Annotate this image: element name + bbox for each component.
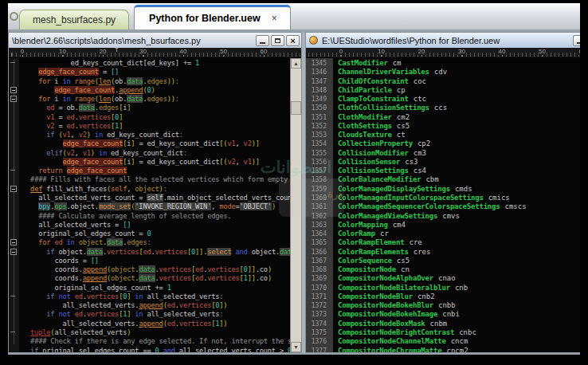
right-window-titlebar[interactable]: E:\UEStudio\wordfiles\Python for Blender… — [306, 33, 580, 48]
wordlist-row[interactable]: 1356CollisionSensorcs3 — [306, 158, 580, 167]
code-line[interactable]: all_selected_verts_count = self.main_obj… — [19, 194, 290, 202]
wordlist-row[interactable]: 1350ClothCollisionSettingsccs — [306, 104, 580, 112]
wordlist-row[interactable]: 1373CompositorNodeBokehImagecnbi — [306, 310, 580, 319]
code-area[interactable]: ed_keys_count_dict[ed_keys] += 1edge_fac… — [19, 59, 290, 352]
wordlist-row[interactable]: 1359ColorManagedDisplaySettingscmds — [306, 185, 580, 194]
wordlist-row[interactable]: 1347ChildOfConstraintcoc — [306, 77, 580, 86]
fold-collapse-icon[interactable] — [10, 239, 17, 245]
code-line[interactable]: tuple(all_selected_verts) — [19, 328, 290, 337]
code-line[interactable]: edge_face_count[i] = ed_keys_count_dict[… — [19, 139, 290, 148]
wordfile-editor-body: 1345CastModifiercm1346ChannelDriverVaria… — [306, 58, 580, 352]
code-line[interactable]: for i in range(len(ob.data.edges)): — [19, 77, 290, 86]
code-line[interactable]: for i in range(len(ob.data.edges)): — [19, 95, 290, 104]
left-vertical-scrollbar[interactable]: ▲ ▼ — [290, 58, 301, 352]
wordlist-row[interactable]: 1374CompositorNodeBoxMaskcnbm — [306, 320, 580, 328]
wordlist-row[interactable]: 1372CompositorNodeBokehBlurcnbb — [306, 301, 580, 310]
code-line[interactable]: if original_sel_edges_count == 0 and all… — [19, 347, 290, 353]
wordlist-row[interactable]: 1370CompositorNodeBilateralblurcnb — [306, 284, 580, 292]
ruler-number: 0 — [339, 48, 343, 55]
code-line[interactable]: if not ed.vertices[0] in all_selected_ve… — [19, 292, 290, 301]
wordlist-row[interactable]: 1348ChildParticlecp — [306, 86, 580, 95]
code-line[interactable]: all_selected_verts.append(ed.vertices[0]… — [19, 301, 290, 310]
close-button[interactable]: × — [286, 35, 300, 46]
code-line[interactable]: #### Fills with faces all the selected v… — [19, 175, 290, 184]
code-line[interactable]: coords = [] — [19, 257, 290, 265]
wordlist-row[interactable]: 1375CompositorNodeBrightContrastcnbc — [306, 328, 580, 337]
code-token: append — [83, 274, 107, 282]
code-line[interactable]: edge_face_count[i] = ed_keys_count_dict[… — [19, 158, 290, 167]
left-window-titlebar[interactable]: \blender\2.66\scripts\addons\mesh_bsurfa… — [9, 33, 301, 48]
code-line[interactable]: coords.append(object.data.vertices[ed.ve… — [19, 265, 290, 274]
class-name: ColorRampElement — [338, 238, 405, 247]
wordlist-row[interactable]: 1368CompositorNodecn — [306, 265, 580, 274]
wordlist-row[interactable]: 1364ColorRampcr — [306, 230, 580, 238]
minimize-button[interactable] — [256, 35, 269, 46]
wordlist-row[interactable]: 1369CompositorNodeAlphaOvercnao — [306, 274, 580, 283]
code-line[interactable]: elif(v2, v1) in ed_keys_count_dict: — [19, 149, 290, 158]
wordlist-row[interactable]: 1358ColorBalanceModifiercbm — [306, 175, 580, 184]
wordlist-row[interactable]: 1362ColorManagedViewSettingscmvs — [306, 212, 580, 221]
wordlist-row[interactable]: 1357CollisionSettingscs4 — [306, 167, 580, 175]
wordfile-list[interactable]: 1345CastModifiercm1346ChannelDriverVaria… — [306, 59, 580, 352]
scroll-up-icon[interactable]: ▲ — [291, 58, 301, 69]
code-token: edges — [99, 104, 119, 112]
wordlist-row[interactable]: 1361ColorManagedSequencerColorspaceSetti… — [306, 202, 580, 211]
wordlist-row[interactable]: 1346ChannelDriverVariablescdv — [306, 68, 580, 77]
wordlist-row[interactable]: 1351ClothModifiercm2 — [306, 113, 580, 122]
fold-collapse-icon[interactable] — [10, 96, 17, 102]
wordlist-row[interactable]: 1363ColorMappingcm4 — [306, 221, 580, 230]
code-line[interactable]: original_sel_edges_count = 0 — [19, 230, 290, 238]
ruler-number: 30 — [457, 48, 466, 55]
wordlist-row[interactable]: 1349ClampToConstraintctc — [306, 95, 580, 104]
code-token: .co — [256, 274, 268, 282]
code-line[interactable]: return edge_face_count — [19, 167, 290, 175]
wordlist-row[interactable]: 1355CollisionModifiercm3 — [306, 149, 580, 158]
code-line[interactable]: def fill_with_faces(self, object): — [19, 185, 290, 194]
code-line[interactable]: all_selected_verts = [] — [19, 221, 290, 230]
minimize-button[interactable] — [573, 35, 580, 46]
code-line[interactable]: ed = ob.data.edges[i] — [19, 104, 290, 112]
code-line[interactable]: v2 = ed.vertices[1] — [19, 122, 290, 131]
code-line[interactable]: #### Calculate average length of selecte… — [19, 212, 290, 221]
scrollbar-thumb[interactable] — [291, 101, 301, 115]
restore-button[interactable] — [271, 35, 284, 46]
abbreviation: ct — [397, 131, 406, 139]
tab-close-icon[interactable]: × — [270, 13, 279, 24]
code-line[interactable]: v1 = ed.vertices[0] — [19, 113, 290, 122]
wordlist-row[interactable]: 1345CastModifiercm — [306, 59, 580, 68]
code-line[interactable]: if not ed.vertices[1] in all_selected_ve… — [19, 310, 290, 319]
wordlist-row[interactable]: 1376CompositorNodeChannelMattecncm — [306, 337, 580, 346]
code-line[interactable]: all_selected_verts.append(ed.vertices[1]… — [19, 320, 290, 328]
fold-collapse-icon[interactable] — [10, 87, 17, 93]
code-line[interactable]: coords.append(object.data.vertices[ed.ve… — [19, 274, 290, 283]
tab-mesh-bsurfaces[interactable]: mesh_bsurfaces.py — [19, 10, 129, 29]
wordlist-row[interactable]: 1371CompositorNodeBlurcnb2 — [306, 292, 580, 301]
code-token: if — [46, 131, 54, 139]
wordlist-row[interactable]: 1365ColorRampElementcre — [306, 238, 580, 247]
code-line[interactable]: if (v1, v2) in ed_keys_count_dict: — [19, 131, 290, 139]
code-line[interactable]: #### Check if there is any edge selected… — [19, 337, 290, 346]
fold-collapse-icon[interactable] — [10, 186, 17, 192]
code-line[interactable]: ed_keys_count_dict[ed_keys] += 1 — [19, 59, 290, 68]
wordlist-row[interactable]: 1377CompositorNodeChromaMattecncm2 — [306, 347, 580, 353]
abbreviation: cnbi — [442, 310, 460, 319]
tab-python-for-blender[interactable]: Python for Blender.uew × — [134, 5, 291, 29]
wordlist-row[interactable]: 1353CloudsTexturect — [306, 131, 580, 139]
code-token: 1 — [195, 59, 199, 67]
code-line[interactable]: bpy.ops.object.mode_set('INVOKE_REGION_W… — [19, 202, 290, 211]
wordlist-row[interactable]: 1352ClothSettingscs5 — [306, 122, 580, 131]
wordlist-row[interactable]: 1354CollectionPropertycp2 — [306, 139, 580, 148]
tab-scroll-icon[interactable] — [10, 12, 18, 21]
code-line[interactable]: for ed in object.data.edges: — [19, 238, 290, 247]
code-line[interactable]: original_sel_edges_count += 1 — [19, 284, 290, 292]
fold-collapse-icon[interactable] — [10, 249, 17, 255]
class-name: ColorManagedDisplaySettings — [338, 185, 450, 194]
wordlist-row[interactable]: 1367ColorSequencecs5 — [306, 257, 580, 265]
scroll-down-icon[interactable]: ▼ — [291, 342, 301, 352]
code-line[interactable]: edge_face_count.append(0) — [19, 86, 290, 95]
wordlist-row[interactable]: 1360ColorManagedInputColorspaceSettingsc… — [306, 194, 580, 202]
abbreviation: cnao — [438, 274, 456, 283]
code-line[interactable]: if object.data.vertices[ed.vertices[0]].… — [19, 248, 290, 257]
code-line[interactable]: edge_face_count = [] — [19, 68, 290, 77]
wordlist-row[interactable]: 1366ColorRampElementscres — [306, 248, 580, 257]
